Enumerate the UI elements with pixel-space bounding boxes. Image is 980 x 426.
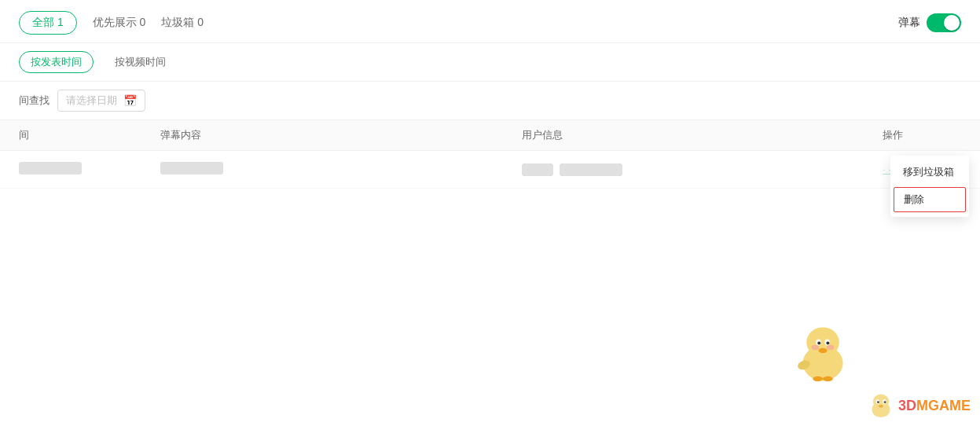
svg-point-3 [827,345,835,350]
user-name-blurred [560,163,622,176]
popup-label: 弹幕 [898,16,920,30]
table-row: · · · 移到垃圾箱 删除 [0,151,980,189]
filter-bar: 间查找 请选择日期 📅 [0,82,980,120]
cell-user [522,163,883,176]
top-bar: 全部 1 优先展示 0 垃圾箱 0 弹幕 [0,0,980,43]
date-picker-text: 请选择日期 [66,94,117,108]
svg-point-18 [879,405,883,408]
date-picker[interactable]: 请选择日期 📅 [57,90,145,112]
popup-toggle-switch[interactable] [927,13,961,32]
tab-trash[interactable]: 垃圾箱 0 [161,16,204,30]
mascot-character [791,316,854,379]
sort-bar: 按发表时间 按视频时间 [0,43,980,82]
svg-point-10 [813,376,823,381]
col-action: 操作 [883,128,961,142]
table-header: 间 弹幕内容 用户信息 操作 [0,120,980,151]
tab-group: 全部 1 优先展示 0 垃圾箱 0 [19,11,204,35]
svg-point-11 [823,376,833,381]
watermark: 3DMGAME [867,391,971,420]
content-blurred [160,162,223,174]
svg-point-2 [812,345,820,350]
svg-point-15 [877,401,879,403]
delete-item[interactable]: 删除 [894,187,966,212]
col-time: 间 [19,128,160,142]
svg-point-7 [826,341,829,344]
toggle-knob [944,15,960,31]
popup-toggle-area: 弹幕 [898,13,961,32]
tab-priority[interactable]: 优先展示 0 [93,16,146,30]
svg-point-6 [824,340,829,346]
svg-point-1 [806,327,839,357]
calendar-icon: 📅 [123,94,137,107]
cell-time [19,162,160,177]
watermark-text: 3DMGAME [898,398,971,414]
tab-all[interactable]: 全部 1 [19,11,77,35]
table-container: 间 弹幕内容 用户信息 操作 · · · 移到垃圾箱 删除 [0,120,980,189]
svg-point-17 [884,401,886,403]
cell-content [160,162,522,177]
svg-point-4 [816,340,820,346]
sort-by-publish[interactable]: 按发表时间 [19,51,94,73]
move-to-trash-item[interactable]: 移到垃圾箱 [890,159,969,185]
watermark-mascot-icon [867,391,895,420]
dropdown-menu: 移到垃圾箱 删除 [890,156,969,217]
col-content: 弹幕内容 [160,128,522,142]
svg-point-9 [797,358,812,371]
svg-point-8 [818,348,827,353]
col-user: 用户信息 [522,128,883,142]
user-avatar-blurred [522,163,553,176]
svg-point-5 [817,341,820,344]
time-blurred [19,162,82,174]
svg-point-0 [802,346,842,381]
sort-by-video[interactable]: 按视频时间 [103,51,178,73]
cell-action: · · · 移到垃圾箱 删除 [883,163,961,175]
filter-label: 间查找 [19,94,50,108]
